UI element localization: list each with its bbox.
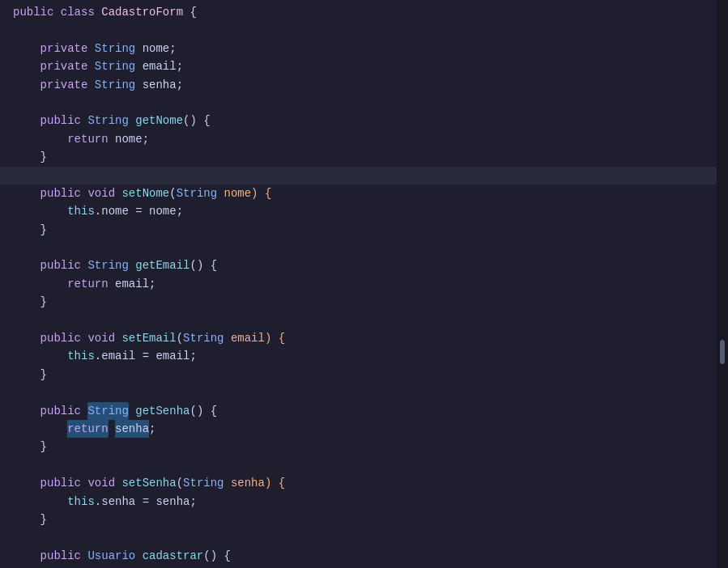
token: setSenha xyxy=(121,474,176,492)
token: } xyxy=(13,366,47,384)
code-line: public String getEmail() { xyxy=(0,256,717,274)
code-line: this.senha = senha; xyxy=(0,493,717,511)
code-line: } xyxy=(0,221,717,239)
token xyxy=(13,76,40,94)
token xyxy=(81,402,87,420)
code-line xyxy=(0,94,717,112)
code-line: private String email; xyxy=(0,57,717,75)
token xyxy=(81,329,87,347)
token xyxy=(13,275,67,293)
token: String xyxy=(95,76,135,94)
code-line: } xyxy=(0,438,717,456)
code-line: public void setSenha(String senha) { xyxy=(0,474,717,492)
token: public xyxy=(13,3,61,21)
code-line: public Usuario cadastrar() { xyxy=(0,547,717,565)
token: { xyxy=(183,3,197,21)
token xyxy=(13,256,40,274)
token xyxy=(81,184,87,202)
token: ( xyxy=(177,474,183,492)
code-line xyxy=(0,312,717,329)
code-line: } xyxy=(0,511,717,528)
token: return xyxy=(67,130,108,148)
code-editor[interactable]: public class CadastroForm { private Stri… xyxy=(0,0,717,568)
token: .senha = senha; xyxy=(95,493,197,511)
token xyxy=(13,57,40,75)
code-line: return nome; xyxy=(0,130,717,148)
token xyxy=(13,402,40,420)
token xyxy=(81,547,87,565)
token: String xyxy=(95,40,135,57)
code-line xyxy=(0,167,717,184)
token: () { xyxy=(203,547,231,565)
token xyxy=(129,256,135,274)
token: () { xyxy=(183,112,211,129)
scrollbar-thumb[interactable] xyxy=(720,340,725,364)
token xyxy=(81,474,87,492)
token: senha xyxy=(115,420,149,438)
token: new xyxy=(115,565,135,568)
token: this xyxy=(67,202,95,220)
token: email; xyxy=(135,57,183,75)
code-line: this.email = email; xyxy=(0,347,717,365)
token xyxy=(87,57,94,75)
token: String xyxy=(87,402,128,420)
code-line: return new Usuario(nome, email, senha); xyxy=(0,565,717,568)
token: (nome, email, senha); xyxy=(189,565,332,568)
token xyxy=(13,565,67,568)
code-line: return email; xyxy=(0,275,717,293)
code-line: } xyxy=(0,366,717,384)
token: class xyxy=(61,3,101,21)
token: Usuario xyxy=(143,565,190,568)
code-line xyxy=(0,239,717,256)
token: this xyxy=(67,493,95,511)
token: public xyxy=(40,402,81,420)
token: String xyxy=(183,474,224,492)
token xyxy=(109,420,115,438)
token: getEmail xyxy=(135,256,189,274)
token xyxy=(129,402,135,420)
code-line: public void setNome(String nome) { xyxy=(0,184,717,202)
token: ( xyxy=(169,184,176,202)
token xyxy=(13,347,67,365)
token xyxy=(135,547,142,565)
code-line xyxy=(0,21,717,39)
token: void xyxy=(87,184,115,202)
token: String xyxy=(95,57,135,75)
code-line: return senha; xyxy=(0,420,717,438)
token: String xyxy=(183,329,224,347)
token: void xyxy=(87,329,115,347)
token: private xyxy=(40,57,88,75)
token: Usuario xyxy=(87,547,135,565)
token: setNome xyxy=(121,184,169,202)
token xyxy=(13,474,40,492)
token: private xyxy=(40,76,88,94)
token: public xyxy=(40,112,81,129)
token: public xyxy=(40,329,81,347)
token: private xyxy=(40,40,88,57)
code-line: } xyxy=(0,293,717,311)
token xyxy=(81,112,87,129)
token xyxy=(87,76,94,94)
code-line: public String getSenha() { xyxy=(0,402,717,420)
token xyxy=(13,547,40,565)
token: } xyxy=(13,438,47,456)
token xyxy=(13,493,67,511)
token: ; xyxy=(149,420,155,438)
token: getNome xyxy=(135,112,183,129)
token: String xyxy=(87,112,128,129)
token: String xyxy=(177,184,217,202)
token: public xyxy=(40,184,81,202)
token: void xyxy=(87,474,115,492)
code-line: public String getNome() { xyxy=(0,112,717,129)
token: nome) { xyxy=(217,184,271,202)
token: return xyxy=(67,275,108,293)
token xyxy=(115,184,121,202)
token xyxy=(109,565,115,568)
token xyxy=(115,474,121,492)
token: return xyxy=(67,565,108,568)
token: } xyxy=(13,293,47,311)
token: senha) { xyxy=(224,474,286,492)
token: this xyxy=(67,347,95,365)
code-line: private String senha; xyxy=(0,76,717,94)
scrollbar[interactable] xyxy=(717,0,728,568)
